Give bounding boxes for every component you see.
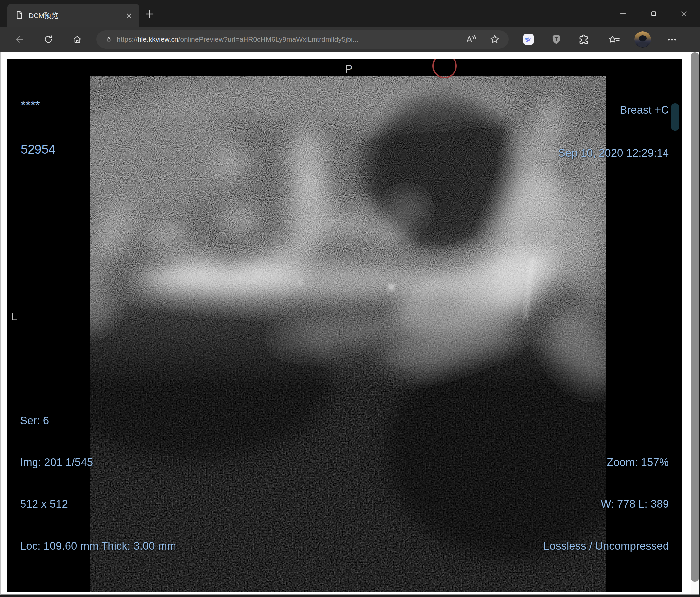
refresh-button[interactable] xyxy=(42,33,55,46)
minimize-icon xyxy=(619,9,627,18)
browser-scrollbar[interactable] xyxy=(691,52,699,594)
read-aloud-icon xyxy=(465,33,477,46)
profile-avatar[interactable] xyxy=(634,31,651,48)
tab-bar: DCM预览 xyxy=(0,0,700,27)
compression-info: Lossless / Uncompressed xyxy=(544,539,669,553)
browser-scrollbar-thumb[interactable] xyxy=(691,52,699,582)
avatar-photo xyxy=(634,31,651,48)
overlay-bottom-right: Zoom: 157% W: 778 L: 389 Lossless / Unco… xyxy=(544,427,669,581)
patient-number: 52954 xyxy=(21,142,56,157)
url-scheme: https:// xyxy=(117,35,138,43)
orientation-marker-left: L xyxy=(11,310,17,323)
favorite-star-button[interactable] xyxy=(489,33,501,46)
tab-dcm-preview[interactable]: DCM预览 xyxy=(7,4,139,27)
home-icon xyxy=(72,34,82,45)
window-maximize-button[interactable] xyxy=(645,5,662,22)
overlay-bottom-left: Ser: 6 Img: 201 1/545 512 x 512 Loc: 109… xyxy=(20,386,176,581)
document-icon xyxy=(15,10,24,20)
overlay-top-left: **** 52954 xyxy=(21,69,56,186)
window-minimize-button[interactable] xyxy=(615,5,631,22)
thunder-bird-icon xyxy=(523,33,534,46)
back-arrow-icon xyxy=(14,34,24,45)
url-domain: file.kkview.cn xyxy=(138,35,178,43)
zoom-level: Zoom: 157% xyxy=(544,456,669,469)
patient-id-masked: **** xyxy=(21,98,56,113)
thunder-extension-button[interactable] xyxy=(523,33,534,46)
close-icon xyxy=(680,9,689,18)
slice-location-thickness: Loc: 109.60 mm Thick: 3.00 mm xyxy=(20,539,176,553)
address-bar[interactable]: https://file.kkview.cn/onlinePreview?url… xyxy=(96,30,508,49)
url-path: /onlinePreview?url=aHR0cHM6Ly9maWxlLmtrd… xyxy=(178,35,359,43)
lock-icon[interactable] xyxy=(105,35,113,44)
new-tab-button[interactable] xyxy=(144,8,155,20)
viewer-scrollbar-thumb[interactable] xyxy=(671,103,679,131)
window-level: W: 778 L: 389 xyxy=(544,497,669,511)
series-number: Ser: 6 xyxy=(20,414,176,427)
tab-close-icon[interactable] xyxy=(125,11,133,20)
study-datetime: Sep 10, 2020 12:29:14 xyxy=(558,146,669,160)
url-text[interactable]: https://file.kkview.cn/onlinePreview?url… xyxy=(117,30,469,49)
browser-window: DCM预览 xyxy=(0,0,700,597)
refresh-icon xyxy=(44,34,53,45)
browser-toolbar: https://file.kkview.cn/onlinePreview?url… xyxy=(0,27,700,52)
shield-t-icon xyxy=(550,33,562,46)
matrix-size: 512 x 512 xyxy=(20,497,176,511)
tab-title: DCM预览 xyxy=(28,4,58,27)
star-icon xyxy=(489,33,501,46)
image-number: Img: 201 1/545 xyxy=(20,456,176,469)
dicom-viewer-canvas[interactable]: **** 52954 Breast +C Sep 10, 2020 12:29:… xyxy=(7,59,682,592)
ellipsis-icon xyxy=(666,33,678,46)
window-close-button[interactable] xyxy=(676,5,692,22)
puzzle-piece-icon xyxy=(577,33,590,46)
read-aloud-button[interactable] xyxy=(465,33,477,46)
overlay-top-right: Breast +C Sep 10, 2020 12:29:14 xyxy=(558,74,669,188)
favorites-star-list-icon xyxy=(608,33,620,46)
orientation-marker-posterior: P xyxy=(345,62,353,75)
page-content: **** 52954 Breast +C Sep 10, 2020 12:29:… xyxy=(0,52,699,595)
study-description: Breast +C xyxy=(558,103,669,117)
extensions-button[interactable] xyxy=(577,33,591,46)
toolbar-divider xyxy=(599,32,599,47)
tampermonkey-extension-button[interactable] xyxy=(550,33,562,46)
maximize-icon xyxy=(649,9,658,18)
favorites-list-button[interactable] xyxy=(608,33,621,46)
home-button[interactable] xyxy=(71,33,84,46)
back-button[interactable] xyxy=(12,33,26,46)
settings-more-button[interactable] xyxy=(666,33,679,46)
